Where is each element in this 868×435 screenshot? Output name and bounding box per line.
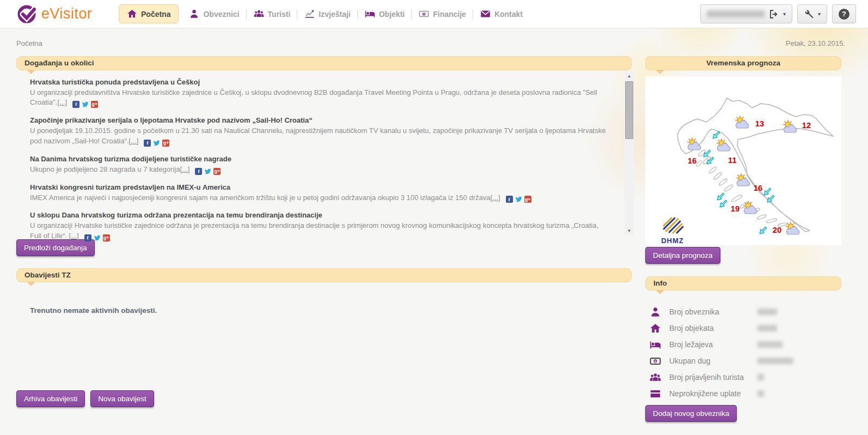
twitter-share-icon[interactable] — [82, 101, 89, 108]
news-title[interactable]: Hrvatska turistička ponuda predstavljena… — [30, 78, 610, 86]
googleplus-share-icon[interactable]: g+ — [103, 234, 110, 241]
nav-item-label: Objekti — [379, 10, 405, 19]
events-list: ▲ ▼ Hrvatska turistička ponuda predstavl… — [16, 70, 632, 235]
info-value-blurred — [757, 358, 793, 364]
nav-item-pocetna[interactable]: Početna — [119, 4, 179, 23]
facebook-share-icon[interactable]: f — [84, 234, 91, 241]
header-actions: ▾ ▾ ? — [700, 4, 856, 23]
brand-name: eVisitor — [41, 5, 93, 22]
info-label: Broj objekata — [669, 324, 757, 333]
nav-item-kontakt[interactable]: Kontakt — [473, 5, 530, 23]
breadcrumb[interactable]: Početna — [16, 39, 42, 47]
wind-arrow-icon — [719, 200, 728, 211]
sun-cloud-icon — [733, 173, 753, 189]
info-value-blurred — [757, 325, 777, 331]
svg-text:0: 0 — [423, 12, 425, 15]
home-icon — [127, 9, 137, 19]
temperature-label: 16 — [754, 183, 763, 192]
nav-item-financije[interactable]: 0Financije — [412, 5, 473, 23]
sun-cloud-icon — [741, 201, 760, 217]
help-button[interactable]: ? — [832, 4, 856, 23]
username-blurred — [707, 10, 765, 17]
news-text: Ukupno je podijeljeno 28 nagrada u 7 kat… — [30, 165, 180, 173]
news-item: U sklopu Dana hrvatskog turizma održana … — [30, 211, 610, 241]
wind-arrow-icon — [759, 226, 768, 238]
googleplus-share-icon[interactable]: g+ — [524, 196, 531, 203]
temperature-label: 12 — [802, 120, 811, 130]
news-text: U ponedjeljak 19.10.2015. godine s počet… — [30, 126, 606, 144]
dhmz-label: DHMZ — [655, 237, 690, 245]
add-obveznik-button[interactable]: Dodaj novog obveznika — [645, 405, 737, 422]
scrollbar-thumb[interactable] — [625, 81, 633, 139]
suggest-events-button[interactable]: Predloži događanja — [16, 239, 95, 256]
person-icon — [189, 9, 199, 19]
wind-arrow-icon — [712, 131, 721, 142]
twitter-share-icon[interactable] — [515, 196, 522, 203]
nav-item-izvjestaji[interactable]: Izvještaji — [297, 5, 357, 23]
read-more-link[interactable]: [...] — [57, 98, 67, 106]
nav-item-label: Početna — [141, 10, 170, 19]
bed-icon — [365, 9, 375, 19]
temperature-label: 11 — [728, 155, 737, 165]
user-menu-button[interactable]: ▾ — [700, 4, 792, 23]
detailed-forecast-button[interactable]: Detaljna prognoza — [645, 247, 720, 264]
twitter-share-icon[interactable] — [153, 140, 160, 147]
nav-item-label: Obveznici — [203, 10, 239, 19]
dhmz-logo: DHMZ — [655, 214, 690, 245]
info-row: Broj ležajeva — [648, 336, 841, 353]
evisitor-logo-icon — [16, 4, 37, 25]
archive-notices-button[interactable]: Arhiva obavijesti — [16, 390, 85, 407]
events-scrollbar[interactable]: ▲ ▼ — [625, 71, 634, 235]
nav-item-turisti[interactable]: Turisti — [247, 5, 298, 23]
weather-panel-title: Vremenska prognoza — [706, 59, 780, 67]
events-panel-header: Događanja u okolici — [16, 56, 632, 70]
news-text: IMEX America je najveći i najposjećeniji… — [30, 194, 490, 202]
nav-item-obveznici[interactable]: Obveznici — [182, 5, 246, 23]
sun-cloud-icon — [783, 221, 803, 238]
tools-menu-button[interactable]: ▾ — [797, 4, 827, 23]
temperature-label: 19 — [731, 204, 740, 213]
topline: Početna Petak, 23.10.2015. — [0, 28, 868, 47]
temperature-label: 13 — [755, 119, 765, 128]
googleplus-share-icon[interactable]: g+ — [91, 101, 98, 108]
current-date: Petak, 23.10.2015. — [786, 39, 845, 47]
nav-item-label: Financije — [433, 10, 466, 19]
temperature-label: 16 — [688, 156, 697, 165]
news-title[interactable]: Na Danima hrvatskog turizma dodijeljene … — [30, 155, 610, 163]
share-icons: fg+ — [195, 168, 221, 175]
new-notice-button[interactable]: Nova obavijest — [90, 390, 154, 407]
panel-pointer — [656, 70, 664, 74]
app-header: eVisitor PočetnaObvezniciTuristiIzvješta… — [0, 0, 868, 28]
facebook-share-icon[interactable]: f — [506, 196, 513, 203]
nav-item-objekti[interactable]: Objekti — [358, 5, 412, 23]
scroll-up-icon[interactable]: ▲ — [625, 71, 634, 80]
read-more-link[interactable]: [...] — [490, 194, 500, 202]
help-icon: ? — [839, 9, 849, 20]
events-panel-title: Događanja u okolici — [25, 59, 94, 67]
read-more-link[interactable]: [...] — [180, 165, 190, 173]
facebook-share-icon[interactable]: f — [144, 140, 151, 147]
info-row: 0Ukupan dug — [648, 353, 841, 369]
news-title[interactable]: Započinje prikazivanje serijala o ljepot… — [30, 116, 610, 124]
notices-empty-text: Trenutno nemate aktivnih obavijesti. — [30, 306, 632, 315]
news-item: Hrvatska turistička ponuda predstavljena… — [30, 78, 610, 108]
app-logo[interactable]: eVisitor — [16, 4, 119, 25]
info-panel-header: Info — [645, 276, 841, 291]
share-icons: fg+ — [84, 234, 110, 241]
read-more-link[interactable]: [...] — [69, 232, 79, 240]
twitter-share-icon[interactable] — [94, 234, 101, 241]
facebook-share-icon[interactable]: f — [195, 168, 202, 175]
chevron-down-icon: ▾ — [818, 11, 821, 17]
googleplus-share-icon[interactable]: g+ — [213, 168, 221, 175]
notices-panel-title: Obavijesti TZ — [25, 271, 71, 279]
news-title[interactable]: Hrvatski kongresni turizam predstavljen … — [30, 183, 610, 191]
weather-map: DHMZ 13121611161920 — [645, 76, 841, 245]
twitter-share-icon[interactable] — [204, 168, 211, 175]
facebook-share-icon[interactable]: f — [72, 101, 80, 108]
news-text: U organizaciji predstavništva Hrvatske t… — [30, 88, 597, 106]
news-title[interactable]: U sklopu Dana hrvatskog turizma održana … — [30, 211, 610, 219]
googleplus-share-icon[interactable]: g+ — [162, 140, 169, 147]
read-more-link[interactable]: [...] — [129, 137, 138, 145]
scroll-down-icon[interactable]: ▼ — [625, 226, 634, 235]
notices-panel-header: Obavijesti TZ — [16, 268, 632, 282]
